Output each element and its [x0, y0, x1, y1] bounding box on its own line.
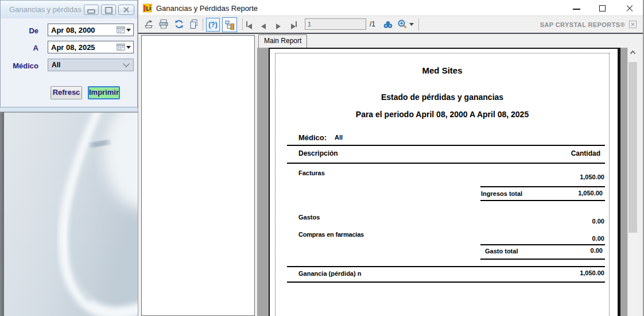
calendar-icon[interactable] — [117, 43, 125, 51]
last-page-icon — [291, 24, 296, 29]
screen: Ganancias y pérdidas De Apr 08, 2000 A A… — [0, 0, 644, 316]
close-icon — [123, 6, 130, 13]
window-close-button[interactable] — [625, 4, 634, 13]
report-page: Med Sites Estado de pérdidas y ganancias… — [269, 48, 620, 316]
photo-left-border — [0, 112, 4, 316]
report-medico-value: All — [335, 134, 343, 141]
minimize-icon — [573, 9, 580, 10]
maximize-icon — [105, 7, 112, 14]
toolbar-separator — [418, 18, 419, 30]
copy-icon[interactable] — [189, 19, 199, 29]
scrollbar-thumb[interactable] — [629, 62, 637, 233]
find-icon[interactable] — [383, 19, 393, 29]
row-ingresos-total-value: 1,050.00 — [578, 190, 603, 196]
vertical-scrollbar[interactable] — [627, 48, 638, 316]
background-photo — [0, 112, 138, 316]
row-facturas-value: 1,050.00 — [580, 174, 604, 180]
tab-main-report[interactable]: Main Report — [258, 34, 307, 48]
first-page-icon — [247, 24, 252, 29]
zoom-dropdown-caret-icon[interactable] — [409, 23, 414, 26]
subtotal-rule — [480, 259, 605, 260]
row-ingresos-total-label: Ingresos total — [481, 190, 522, 197]
export-icon[interactable] — [143, 19, 154, 29]
report-company-title: Med Sites — [275, 65, 610, 75]
report-rule — [287, 163, 605, 164]
previous-page-button[interactable] — [261, 21, 270, 28]
next-page-button[interactable] — [276, 21, 285, 28]
medico-selected-value: All — [48, 61, 124, 69]
column-header-quantity: Cantidad — [571, 149, 600, 157]
print-icon[interactable] — [158, 19, 169, 29]
row-ganancia-label: Ganancia (pérdida) n — [298, 270, 361, 277]
maximize-icon — [599, 5, 606, 11]
zoom-icon[interactable] — [397, 19, 408, 29]
group-tree-panel[interactable] — [141, 35, 255, 316]
chevron-down-icon — [123, 60, 129, 67]
subtotal-rule — [480, 200, 605, 201]
parameter-panel-toggle-button[interactable]: (?) — [206, 18, 220, 32]
toolbar-separator — [242, 18, 243, 30]
sap-crystal-reports-brand: SAP CRYSTAL REPORTS® — [540, 21, 625, 28]
row-gastos-label: Gastos — [298, 214, 320, 221]
report-medico-label: Médico: — [298, 133, 327, 142]
group-tree-icon — [225, 20, 235, 30]
next-page-icon — [276, 24, 281, 29]
to-date-label: A — [1, 44, 38, 52]
row-gasto-total-label: Gasto total — [485, 248, 518, 255]
dropdown-arrow-icon[interactable] — [126, 46, 131, 49]
print-button[interactable]: Imprimir — [88, 86, 120, 99]
dropdown-arrow-icon[interactable] — [126, 29, 131, 32]
viewer-toolbar: (?) SAP CRYSTAL REPORTS® — [138, 16, 643, 34]
brand-dismiss-button[interactable] — [629, 21, 637, 28]
row-facturas-label: Facturas — [298, 169, 325, 176]
from-date-label: De — [1, 26, 38, 35]
scroll-up-button[interactable] — [628, 48, 638, 57]
first-page-button[interactable] — [246, 21, 255, 28]
report-period: Para el periodo April 08, 2000 A April 0… — [275, 110, 610, 119]
subtotal-rule — [480, 186, 605, 187]
row-compras-label: Compras en farmacias — [298, 231, 364, 238]
dialog-title: Ganancias y pérdidas — [9, 5, 82, 14]
help-glyph: (?) — [208, 21, 217, 29]
row-ganancia-value: 1,050.00 — [580, 269, 604, 276]
dialog-titlebar[interactable]: Ganancias y pérdidas — [1, 1, 137, 18]
row-gasto-total-value: 0.00 — [591, 247, 603, 254]
subtotal-rule — [480, 244, 605, 245]
row-gastos-value: 0.00 — [592, 218, 604, 225]
minimize-icon — [87, 9, 95, 14]
report-title: Estado de pérdidas y ganancias — [275, 93, 610, 102]
column-header-description: Descripción — [298, 149, 338, 157]
window-minimize-button[interactable] — [572, 4, 581, 13]
total-rule — [287, 266, 605, 267]
dialog-close-button[interactable] — [118, 5, 134, 15]
medico-label: Médico — [1, 61, 38, 70]
medical-photo-image — [0, 113, 138, 316]
toolbar-separator — [203, 18, 203, 30]
window-maximize-button[interactable] — [598, 4, 607, 13]
refresh-button[interactable]: Refresc — [51, 86, 82, 99]
total-rule — [287, 282, 605, 283]
window-titlebar[interactable]: Ganancias y Pérdidas Reporte — [138, 0, 643, 16]
from-date-field[interactable]: Apr 08, 2000 — [48, 24, 134, 36]
row-compras-value: 0.00 — [592, 235, 604, 242]
calendar-icon[interactable] — [117, 26, 125, 34]
group-tree-toggle-button[interactable] — [222, 17, 237, 32]
window-title: Ganancias y Pérdidas Reporte — [156, 4, 258, 13]
viewer-content: Main Report Med Sites Estado de pérdidas… — [138, 34, 643, 316]
to-date-field[interactable]: Apr 08, 2025 — [48, 41, 134, 53]
refresh-icon[interactable] — [174, 19, 184, 29]
medico-select[interactable]: All — [48, 59, 134, 71]
page-total-label: /1 — [370, 20, 375, 28]
crystal-reports-app-icon — [143, 3, 152, 13]
report-window: Ganancias y Pérdidas Reporte — [138, 0, 644, 316]
dialog-maximize-button[interactable] — [101, 5, 116, 15]
to-date-value: Apr 08, 2025 — [48, 43, 117, 52]
parameters-dialog: Ganancias y pérdidas De Apr 08, 2000 A A… — [0, 0, 138, 107]
report-view-area[interactable]: Med Sites Estado de pérdidas y ganancias… — [257, 48, 638, 316]
report-rule — [287, 145, 605, 146]
last-page-button[interactable] — [291, 21, 300, 28]
chevron-up-icon — [628, 48, 638, 57]
page-number-input[interactable] — [305, 18, 366, 30]
from-date-value: Apr 08, 2000 — [48, 26, 117, 34]
dialog-minimize-button[interactable] — [84, 5, 99, 15]
